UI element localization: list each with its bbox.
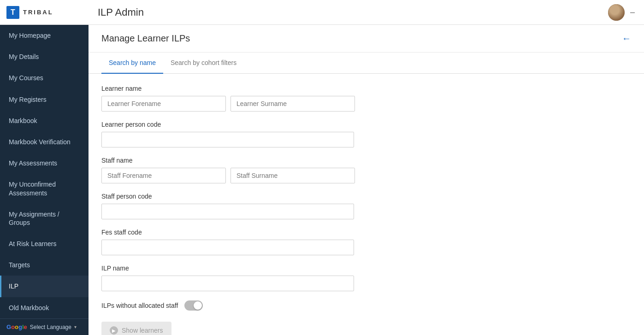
- staff-forename-input[interactable]: [101, 168, 226, 183]
- fes-staff-code-group: Fes staff code: [101, 229, 631, 255]
- sidebar-item-my-details[interactable]: My Details: [0, 46, 89, 67]
- sidebar-item-markbook[interactable]: Markbook: [0, 110, 89, 131]
- sidebar-item-at-risk-learners[interactable]: At Risk Learners: [0, 233, 89, 254]
- ilps-without-staff-label: ILPs without allocated staff: [101, 302, 178, 309]
- chevron-down-icon: ▾: [74, 324, 77, 329]
- ilp-name-label: ILP name: [101, 264, 631, 272]
- sidebar-item-ilp[interactable]: ILP: [0, 276, 89, 297]
- learner-forename-input[interactable]: [101, 96, 226, 112]
- tab-search-by-name[interactable]: Search by name: [101, 53, 163, 74]
- sidebar-item-my-registers[interactable]: My Registers: [0, 89, 89, 110]
- sidebar-item-my-unconfirmed-assessments[interactable]: My Unconfirmed Assessments: [0, 174, 89, 203]
- sidebar-item-markbook-verification[interactable]: Markbook Verification: [0, 131, 89, 153]
- learner-person-code-group: Learner person code: [101, 121, 631, 147]
- sidebar-nav: My HomepageMy DetailsMy CoursesMy Regist…: [0, 25, 89, 318]
- page-header: Manage Learner ILPs ←: [89, 25, 644, 53]
- learner-name-label: Learner name: [101, 85, 631, 92]
- learner-name-group: Learner name: [101, 85, 631, 112]
- learner-person-code-label: Learner person code: [101, 121, 631, 128]
- learner-surname-input[interactable]: [230, 96, 355, 112]
- page-panel: Manage Learner ILPs ← Search by name Sea…: [89, 25, 644, 335]
- ilp-name-input[interactable]: [101, 276, 354, 291]
- show-learners-button[interactable]: ▶ Show learners: [101, 322, 171, 335]
- staff-surname-input[interactable]: [230, 168, 355, 183]
- app-header: ILP Admin –: [89, 0, 644, 25]
- avatar[interactable]: [608, 4, 625, 21]
- staff-person-code-label: Staff person code: [101, 193, 631, 200]
- logo-text: TRIBAL: [23, 9, 53, 16]
- show-learners-label: Show learners: [122, 327, 163, 334]
- staff-person-code-input[interactable]: [101, 204, 354, 219]
- sidebar-item-my-assignments-groups[interactable]: My Assignments / Groups: [0, 204, 89, 233]
- fes-staff-code-input[interactable]: [101, 240, 354, 255]
- avatar-image: [608, 4, 625, 21]
- tabs-container: Search by name Search by cohort filters: [89, 53, 644, 74]
- ilp-name-group: ILP name: [101, 264, 631, 291]
- toggle-knob: [194, 301, 202, 310]
- header-right: –: [608, 4, 635, 21]
- sidebar-footer[interactable]: Google Select Language ▾: [0, 318, 89, 335]
- select-language-label: Select Language: [30, 324, 71, 330]
- main-area: ILP Admin – Manage Learner ILPs ← Search…: [89, 0, 644, 335]
- learner-name-row: [101, 96, 631, 112]
- learner-person-code-input[interactable]: [101, 132, 354, 147]
- search-form: Learner name Learner person code Staff n…: [89, 74, 644, 335]
- staff-person-code-group: Staff person code: [101, 193, 631, 219]
- logo-letter: T: [11, 8, 15, 17]
- sidebar-item-my-homepage[interactable]: My Homepage: [0, 25, 89, 46]
- page-title: Manage Learner ILPs: [101, 33, 190, 44]
- staff-name-label: Staff name: [101, 157, 631, 164]
- app-title: ILP Admin: [98, 6, 144, 18]
- back-arrow-icon[interactable]: ←: [622, 33, 631, 44]
- staff-name-row: [101, 168, 631, 183]
- sidebar-logo: T TRIBAL: [0, 0, 89, 25]
- fes-staff-code-label: Fes staff code: [101, 229, 631, 236]
- sidebar: T TRIBAL My HomepageMy DetailsMy Courses…: [0, 0, 89, 335]
- sidebar-item-old-markbook[interactable]: Old Markbook: [0, 297, 89, 318]
- header-menu-icon[interactable]: –: [630, 7, 635, 17]
- sidebar-item-my-courses[interactable]: My Courses: [0, 67, 89, 88]
- sidebar-item-my-assessments[interactable]: My Assessments: [0, 153, 89, 174]
- tab-search-by-cohort[interactable]: Search by cohort filters: [163, 53, 244, 74]
- logo-box: T: [6, 6, 19, 19]
- show-learners-icon: ▶: [110, 326, 118, 335]
- content-area: Manage Learner ILPs ← Search by name Sea…: [89, 25, 644, 335]
- sidebar-item-targets[interactable]: Targets: [0, 254, 89, 276]
- google-icon: Google: [6, 323, 27, 330]
- staff-name-group: Staff name: [101, 157, 631, 183]
- ilps-without-staff-toggle[interactable]: [184, 300, 203, 311]
- ilps-without-staff-row: ILPs without allocated staff: [101, 300, 631, 311]
